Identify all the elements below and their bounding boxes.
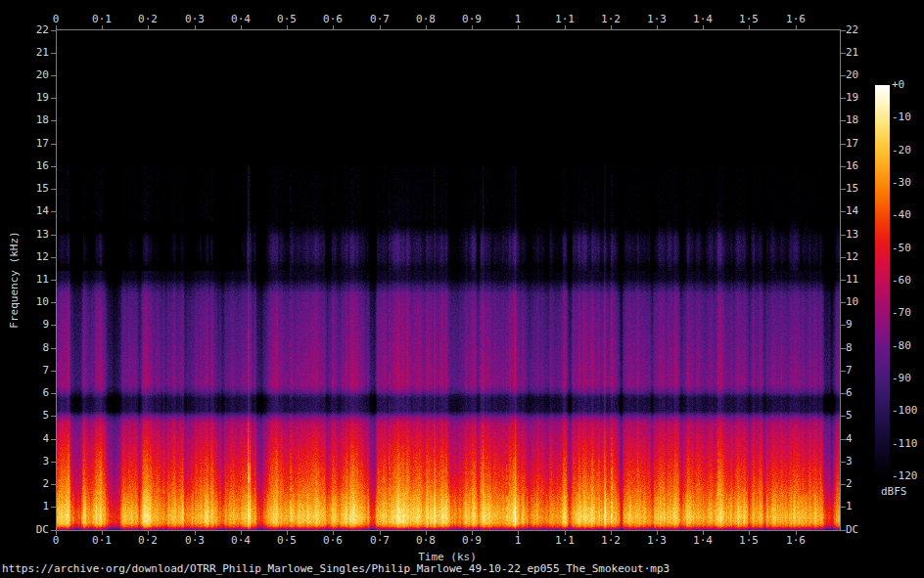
colorbar-tick-label: -60: [892, 274, 911, 287]
y-tick-left: [51, 235, 56, 236]
x-tick-label-bottom: 1·4: [693, 534, 713, 547]
x-tick-top: [195, 25, 196, 29]
y-tick-label-right: 5: [846, 409, 853, 422]
colorbar-tick-label: -30: [892, 176, 911, 189]
y-tick-left: [51, 144, 56, 145]
x-tick-top: [472, 25, 473, 29]
colorbar-tick-label: -80: [892, 339, 911, 352]
y-tick-label-left: 2: [14, 477, 49, 490]
x-tick-label-bottom: 0·2: [138, 534, 158, 547]
x-tick-label-top: 1·6: [786, 13, 806, 25]
x-tick-label-top: 1·1: [555, 13, 575, 25]
x-tick-label-bottom: 0·7: [370, 534, 390, 547]
colorbar-gradient: [875, 85, 890, 476]
y-tick-label-left: DC: [14, 523, 49, 536]
y-tick-label-right: 21: [846, 46, 858, 59]
y-tick-label-left: 16: [14, 159, 49, 172]
x-tick-label-top: 0·4: [231, 13, 251, 25]
x-tick-label-top: 0: [53, 13, 60, 25]
x-tick-label-top: 1·3: [647, 13, 667, 25]
y-tick-label-right: 13: [846, 228, 858, 241]
x-tick-label-top: 0·2: [138, 13, 158, 25]
plot-area: [56, 29, 841, 531]
y-tick-label-right: 18: [846, 113, 858, 126]
y-tick-left: [51, 348, 56, 349]
x-tick-label-bottom: 0·6: [323, 534, 343, 547]
y-tick-label-left: 20: [14, 68, 49, 81]
x-tick-label-top: 0·9: [462, 13, 482, 25]
colorbar-tick-label: +0: [892, 78, 904, 91]
x-tick-label-bottom: 0·1: [92, 534, 112, 547]
colorbar-tick-label: -70: [892, 306, 911, 319]
x-tick-label-top: 0·5: [277, 13, 297, 25]
x-tick-top: [287, 25, 288, 29]
y-tick-left: [51, 120, 56, 121]
x-tick-label-top: 0·6: [323, 13, 343, 25]
colorbar-tick-label: -10: [892, 111, 911, 123]
y-tick-left: [51, 507, 56, 508]
x-tick-top: [703, 25, 704, 29]
colorbar-tick-label: -20: [892, 144, 911, 156]
x-tick-label-bottom: 0·3: [185, 534, 205, 547]
y-tick-label-left: 5: [14, 409, 49, 422]
x-tick-label-top: 0·8: [416, 13, 436, 25]
x-tick-label-bottom: 0·8: [416, 534, 436, 547]
y-tick-label-left: 21: [14, 46, 49, 59]
y-tick-label-right: 3: [846, 455, 853, 467]
x-tick-label-top: 1·5: [739, 13, 759, 25]
x-tick-top: [148, 25, 149, 29]
x-tick-label-top: 1: [515, 13, 522, 25]
x-tick-label-top: 0·7: [370, 13, 390, 25]
x-tick-top: [796, 25, 797, 29]
x-tick-label-top: 0·3: [185, 13, 205, 25]
x-tick-label-top: 1·4: [693, 13, 713, 25]
y-tick-left: [51, 530, 56, 531]
y-tick-left: [51, 416, 56, 417]
y-tick-label-left: 1: [14, 500, 49, 512]
x-tick-top: [241, 25, 242, 29]
x-tick-label-bottom: 1·2: [601, 534, 621, 547]
x-tick-top: [657, 25, 658, 29]
x-tick-top: [611, 25, 612, 29]
y-tick-label-right: 14: [846, 204, 858, 217]
x-tick-top: [518, 25, 519, 29]
y-axis-title: Frequency (kHz): [8, 231, 21, 328]
x-tick-top: [333, 25, 334, 29]
y-tick-label-right: 4: [846, 432, 853, 445]
x-tick-label-top: 1·2: [601, 13, 621, 25]
x-tick-label-bottom: 0·4: [231, 534, 251, 547]
y-tick-label-right: 22: [846, 23, 858, 36]
x-tick-label-bottom: 1·5: [739, 534, 759, 547]
x-tick-label-bottom: 1·3: [647, 534, 667, 547]
y-tick-label-right: 20: [846, 68, 858, 81]
y-tick-label-right: 10: [846, 295, 858, 308]
y-tick-left: [51, 371, 56, 372]
y-tick-left: [51, 280, 56, 281]
y-tick-label-left: 7: [14, 364, 49, 377]
y-tick-left: [51, 439, 56, 440]
x-tick-label-bottom: 1·1: [555, 534, 575, 547]
y-tick-left: [51, 211, 56, 212]
colorbar-tick-label: -40: [892, 208, 911, 221]
colorbar-tick-label: -110: [892, 437, 918, 450]
y-tick-label-left: 3: [14, 455, 49, 467]
y-tick-label-left: 6: [14, 386, 49, 399]
y-tick-left: [51, 257, 56, 258]
x-tick-top: [56, 25, 57, 29]
colorbar-tick-label: -90: [892, 372, 911, 384]
x-tick-top: [565, 25, 566, 29]
x-tick-label-bottom: 0·9: [462, 534, 482, 547]
y-tick-label-right: 16: [846, 159, 858, 172]
y-tick-label-left: 17: [14, 137, 49, 150]
y-tick-label-right: 19: [846, 91, 858, 104]
y-tick-left: [51, 484, 56, 485]
x-tick-top: [380, 25, 381, 29]
y-tick-label-right: 11: [846, 273, 858, 286]
spectrogram-image: 000·10·10·20·20·30·30·40·40·50·50·60·60·…: [0, 0, 924, 578]
y-tick-label-right: 12: [846, 250, 858, 263]
x-tick-top: [102, 25, 103, 29]
colorbar-tick-label: -120: [892, 469, 918, 482]
y-tick-label-right: 8: [846, 341, 853, 354]
y-tick-left: [51, 189, 56, 190]
y-tick-left: [51, 325, 56, 326]
